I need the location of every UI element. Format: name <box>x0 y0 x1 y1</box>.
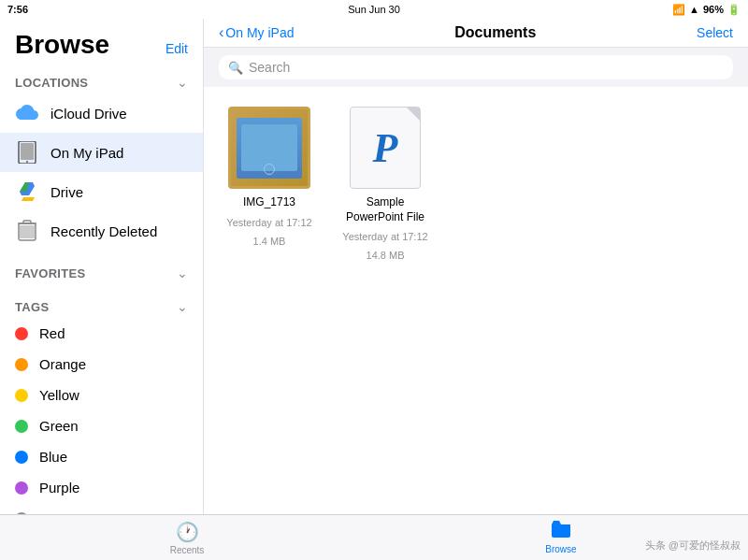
file-meta1-img1713: Yesterday at 17:12 <box>226 216 311 229</box>
status-bar: 7:56 Sun Jun 30 📶 ▲ 96% 🔋 <box>0 0 748 19</box>
img-thumbnail <box>228 107 310 189</box>
locations-header: Locations ⌄ <box>0 67 203 93</box>
tag-orange[interactable]: Orange <box>0 349 203 380</box>
signal-icon: ▲ <box>689 4 699 15</box>
sidebar-header: Browse Edit <box>0 19 203 67</box>
recents-label: Recents <box>170 545 205 555</box>
watermark: 头条 @可爱的怪叔叔 <box>645 538 741 553</box>
tag-green-label: Green <box>39 418 79 434</box>
tag-orange-label: Orange <box>39 356 86 372</box>
wifi-icon: 📶 <box>672 4 685 16</box>
status-date: Sun Jun 30 <box>348 4 400 15</box>
ipad-label: On My iPad <box>50 145 123 161</box>
drive-label: Drive <box>50 184 83 200</box>
drive-icon <box>15 179 39 204</box>
tag-purple-dot <box>15 481 28 495</box>
favorites-header: Favorites ⌄ <box>0 258 203 284</box>
favorites-section: Favorites ⌄ <box>0 258 203 284</box>
ppt-letter: P <box>373 124 398 172</box>
nav-back-button[interactable]: ‹ On My iPad <box>219 24 294 41</box>
locations-title: Locations <box>15 76 88 90</box>
file-thumb-pptfile: P <box>343 106 427 190</box>
main-content: ‹ On My iPad Documents Select 🔍 Search <box>204 19 748 514</box>
tag-yellow-dot <box>15 389 28 402</box>
tag-red-label: Red <box>39 325 65 341</box>
deleted-icon <box>15 219 39 243</box>
sidebar-item-drive[interactable]: Drive <box>0 172 203 211</box>
file-name-img1713: IMG_1713 <box>243 195 295 210</box>
tag-yellow[interactable]: Yellow <box>0 380 203 410</box>
browse-title: Browse <box>15 30 109 60</box>
tab-recents[interactable]: 🕐 Recents <box>0 515 374 560</box>
file-meta1-pptfile: Yesterday at 17:12 <box>342 230 427 243</box>
icloud-label: iCloud Drive <box>50 106 127 122</box>
tag-orange-dot <box>15 358 28 371</box>
select-button[interactable]: Select <box>697 25 733 40</box>
browse-tab-label: Browse <box>545 544 576 554</box>
file-thumb-img1713 <box>227 106 311 190</box>
tags-section: Tags ⌄ Red Orange Yellow Green Blue <box>0 292 203 514</box>
favorites-chevron[interactable]: ⌄ <box>177 266 188 280</box>
search-placeholder: Search <box>249 60 290 75</box>
tags-chevron[interactable]: ⌄ <box>177 299 188 314</box>
tag-blue[interactable]: Blue <box>0 441 203 472</box>
svg-rect-4 <box>20 225 35 238</box>
ppt-thumbnail: P <box>350 107 421 189</box>
edit-button[interactable]: Edit <box>165 41 188 60</box>
img-thumb-inner <box>237 118 302 179</box>
deleted-label: Recently Deleted <box>50 223 157 239</box>
status-right: 📶 ▲ 96% 🔋 <box>672 4 741 16</box>
sidebar-item-ipad[interactable]: On My iPad <box>0 133 203 172</box>
battery-icon: 🔋 <box>727 4 741 16</box>
files-grid: IMG_1713 Yesterday at 17:12 1.4 MB P Sam… <box>204 87 748 514</box>
tag-yellow-label: Yellow <box>39 387 79 403</box>
app-container: Browse Edit Locations ⌄ iCloud Drive <box>0 19 748 514</box>
battery-level: 96% <box>703 4 724 15</box>
sidebar-item-deleted[interactable]: Recently Deleted <box>0 211 203 251</box>
recents-icon: 🕐 <box>176 521 199 543</box>
nav-back-label: On My iPad <box>225 25 294 40</box>
search-icon: 🔍 <box>228 61 243 75</box>
file-item-img1713[interactable]: IMG_1713 Yesterday at 17:12 1.4 MB <box>223 106 316 263</box>
tab-browse[interactable]: Browse <box>374 515 748 560</box>
ipad-icon <box>15 140 39 165</box>
nav-bar: ‹ On My iPad Documents Select <box>204 19 748 48</box>
locations-section: Locations ⌄ iCloud Drive <box>0 67 203 251</box>
favorites-title: Favorites <box>15 266 85 280</box>
file-item-pptfile[interactable]: P Sample PowerPoint File Yesterday at 17… <box>338 106 432 263</box>
tag-red[interactable]: Red <box>0 318 203 349</box>
nav-title: Documents <box>454 24 536 41</box>
tab-bar: 🕐 Recents Browse <box>0 514 748 560</box>
file-meta2-pptfile: 14.8 MB <box>367 249 405 262</box>
locations-chevron[interactable]: ⌄ <box>177 75 188 90</box>
tags-title: Tags <box>15 300 49 314</box>
img-thumb-home <box>264 164 275 175</box>
tag-red-dot <box>15 327 28 340</box>
search-field[interactable]: 🔍 Search <box>219 55 733 79</box>
back-chevron-icon: ‹ <box>219 24 223 41</box>
tag-gray[interactable]: Gray <box>0 503 203 514</box>
browse-icon <box>551 521 571 542</box>
svg-point-2 <box>26 161 28 163</box>
search-bar: 🔍 Search <box>204 48 748 87</box>
tags-header: Tags ⌄ <box>0 292 203 318</box>
tag-green[interactable]: Green <box>0 410 203 441</box>
file-name-pptfile: Sample PowerPoint File <box>338 195 432 224</box>
icloud-icon <box>15 101 39 125</box>
tag-purple[interactable]: Purple <box>0 472 203 503</box>
tag-green-dot <box>15 420 28 433</box>
status-time: 7:56 <box>7 4 28 15</box>
sidebar-item-icloud[interactable]: iCloud Drive <box>0 93 203 133</box>
tag-purple-label: Purple <box>39 480 79 495</box>
tag-blue-dot <box>15 451 28 464</box>
file-meta2-img1713: 1.4 MB <box>253 235 286 248</box>
svg-rect-1 <box>21 143 34 160</box>
sidebar: Browse Edit Locations ⌄ iCloud Drive <box>0 19 204 514</box>
tag-blue-label: Blue <box>39 449 67 465</box>
